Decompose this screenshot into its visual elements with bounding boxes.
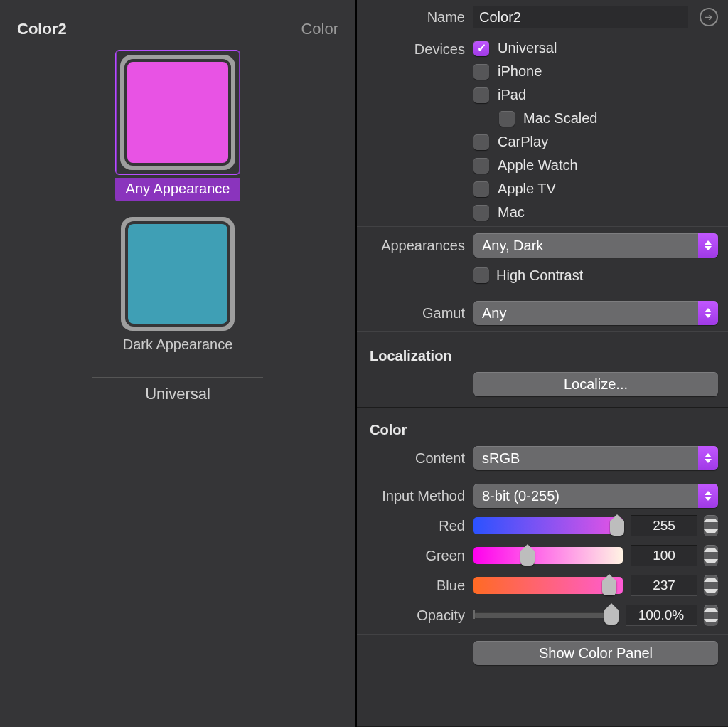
swatch-label-any: Any Appearance [115, 178, 240, 201]
localize-button[interactable]: Localize... [473, 372, 718, 396]
devices-label: Devices [367, 40, 473, 58]
swatch-color-dark [125, 221, 230, 327]
asset-title: Color2 [17, 20, 67, 38]
blue-stepper[interactable] [704, 575, 718, 596]
device-label: Apple TV [498, 181, 556, 197]
device-label: iPhone [498, 63, 542, 80]
checkbox-iphone[interactable] [473, 64, 489, 80]
blue-slider[interactable] [473, 577, 623, 594]
high-contrast-label: High Contrast [496, 267, 583, 284]
checkbox-apple-tv[interactable] [473, 181, 489, 197]
opacity-slider[interactable] [473, 612, 617, 618]
chevron-updown-icon [698, 484, 718, 508]
name-label: Name [367, 9, 473, 26]
show-color-panel-button[interactable]: Show Color Panel [473, 641, 718, 665]
attributes-inspector: Name ➔ Devices Universal iPhone iPad [357, 0, 728, 727]
group-label: Universal [145, 385, 210, 403]
content-popup[interactable]: sRGB [473, 446, 718, 470]
checkbox-ipad[interactable] [473, 87, 489, 103]
gamut-label: Gamut [367, 305, 473, 322]
input-method-popup[interactable]: 8-bit (0-255) [473, 484, 718, 508]
device-label: Mac Scaled [523, 110, 598, 127]
green-label: Green [367, 548, 473, 564]
checkbox-high-contrast[interactable] [473, 267, 489, 283]
asset-type-label: Color [301, 20, 338, 38]
asset-canvas: Color2 Color Any Appearance Dark Appeara… [0, 0, 357, 727]
checkbox-mac[interactable] [473, 205, 489, 221]
red-value-input[interactable] [631, 515, 697, 536]
device-label: CarPlay [498, 134, 548, 150]
red-stepper[interactable] [704, 515, 718, 536]
checkbox-universal[interactable] [473, 41, 489, 56]
device-label: Mac [498, 204, 525, 221]
swatch-dark-appearance[interactable] [115, 217, 240, 331]
swatch-label-dark: Dark Appearance [115, 334, 240, 357]
opacity-value-input[interactable] [626, 605, 697, 626]
red-label: Red [367, 518, 473, 534]
green-stepper[interactable] [704, 545, 718, 566]
blue-label: Blue [367, 578, 473, 594]
color-section-title: Color [367, 412, 718, 441]
chevron-updown-icon [698, 446, 718, 470]
name-input[interactable] [473, 6, 688, 28]
checkbox-apple-watch[interactable] [473, 158, 489, 174]
red-slider[interactable] [473, 517, 623, 534]
checkbox-carplay[interactable] [473, 134, 489, 150]
appearances-value: Any, Dark [482, 238, 543, 254]
green-slider[interactable] [473, 547, 623, 564]
green-value-input[interactable] [631, 545, 697, 566]
chevron-updown-icon [698, 301, 718, 325]
chevron-updown-icon [698, 233, 718, 258]
content-value: sRGB [482, 450, 520, 467]
input-method-label: Input Method [367, 488, 473, 504]
divider [92, 377, 263, 378]
appearances-label: Appearances [367, 238, 473, 254]
localization-title: Localization [367, 338, 718, 367]
device-label: iPad [498, 87, 526, 103]
swatch-any-appearance[interactable] [115, 50, 240, 175]
next-arrow-icon[interactable]: ➔ [700, 8, 718, 26]
opacity-label: Opacity [367, 607, 473, 624]
device-label: Universal [498, 40, 557, 56]
swatch-color-any [124, 59, 231, 166]
input-method-value: 8-bit (0-255) [482, 488, 560, 504]
slider-thumb [604, 609, 619, 625]
checkbox-mac-scaled[interactable] [499, 111, 515, 127]
blue-value-input[interactable] [631, 575, 697, 596]
gamut-popup[interactable]: Any [473, 301, 718, 325]
gamut-value: Any [482, 305, 506, 322]
opacity-stepper[interactable] [704, 605, 718, 626]
content-label: Content [367, 450, 473, 467]
device-label: Apple Watch [498, 157, 578, 174]
appearances-popup[interactable]: Any, Dark [473, 233, 718, 258]
